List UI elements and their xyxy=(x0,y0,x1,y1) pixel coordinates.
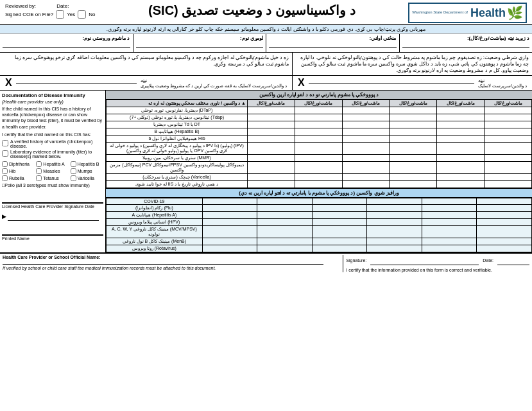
vaccine-2-dose-0[interactable] xyxy=(248,121,295,128)
vaccine-7-dose-1[interactable] xyxy=(295,162,342,174)
optional-vaccine-3-dose-4[interactable] xyxy=(422,219,477,226)
vaccine-5-dose-5[interactable] xyxy=(485,143,532,155)
vaccine-3-dose-1[interactable] xyxy=(295,128,342,136)
vaccine-3-dose-5[interactable] xyxy=(485,128,532,136)
optional-vaccine-1-dose-5[interactable] xyxy=(477,205,532,212)
vaccine-6-dose-5[interactable] xyxy=(485,155,532,162)
first-name-input[interactable] xyxy=(136,41,264,48)
optional-vaccine-4-dose-3[interactable] xyxy=(367,226,422,238)
optional-vaccine-5-dose-2[interactable] xyxy=(312,238,367,245)
vaccine-0-dose-3[interactable] xyxy=(390,107,437,114)
hib-input[interactable] xyxy=(2,168,8,174)
vaccine-8-dose-1[interactable] xyxy=(295,174,342,181)
optional-vaccine-3-dose-5[interactable] xyxy=(477,219,532,226)
optional-vaccine-0-dose-0[interactable] xyxy=(202,198,257,205)
optional-vaccine-5-dose-1[interactable] xyxy=(257,238,313,245)
provider-name-input[interactable] xyxy=(3,259,323,265)
vaccine-3-dose-2[interactable] xyxy=(342,128,390,136)
vaccine-9-dose-0[interactable] xyxy=(248,181,295,188)
optional-vaccine-3-dose-0[interactable] xyxy=(202,219,257,226)
optional-vaccine-6-dose-0[interactable] xyxy=(202,245,257,252)
vaccine-2-dose-3[interactable] xyxy=(390,121,437,128)
vaccine-4-dose-3[interactable] xyxy=(390,136,437,143)
vaccine-7-dose-0[interactable] xyxy=(248,162,295,174)
optional-vaccine-4-dose-4[interactable] xyxy=(422,226,477,238)
yes-checkbox[interactable] xyxy=(56,10,64,19)
vaccine-1-dose-5[interactable] xyxy=(485,114,532,121)
optional-vaccine-1-dose-1[interactable] xyxy=(257,205,313,212)
vaccine-1-dose-1[interactable] xyxy=(295,114,342,121)
optional-vaccine-5-dose-5[interactable] xyxy=(477,238,532,245)
vaccine-4-dose-5[interactable] xyxy=(485,136,532,143)
vaccine-2-dose-1[interactable] xyxy=(295,121,342,128)
optional-vaccine-4-dose-0[interactable] xyxy=(202,226,257,238)
vaccine-7-dose-5[interactable] xyxy=(485,162,532,174)
optional-vaccine-2-dose-4[interactable] xyxy=(422,212,477,219)
tetanus-input[interactable] xyxy=(36,175,42,181)
hepb-input[interactable] xyxy=(71,161,76,167)
provider-sig-input[interactable] xyxy=(2,193,103,203)
vaccine-4-dose-1[interactable] xyxy=(295,136,342,143)
vaccine-5-dose-2[interactable] xyxy=(342,143,390,155)
optional-vaccine-0-dose-5[interactable] xyxy=(477,198,532,205)
vaccine-0-dose-0[interactable] xyxy=(248,107,295,114)
vaccine-5-dose-4[interactable] xyxy=(437,143,485,155)
vaccine-7-dose-2[interactable] xyxy=(342,162,390,174)
vaccine-3-dose-3[interactable] xyxy=(390,128,437,136)
vaccine-0-dose-5[interactable] xyxy=(485,107,532,114)
optional-vaccine-1-dose-2[interactable] xyxy=(312,205,367,212)
vaccine-6-dose-4[interactable] xyxy=(437,155,485,162)
bottom-date-input[interactable] xyxy=(497,255,529,265)
vaccine-1-dose-4[interactable] xyxy=(437,114,485,121)
vaccine-6-dose-3[interactable] xyxy=(390,155,437,162)
vaccine-8-dose-5[interactable] xyxy=(485,174,532,181)
vaccine-9-dose-3[interactable] xyxy=(390,181,437,188)
optional-vaccine-1-dose-3[interactable] xyxy=(367,205,422,212)
optional-vaccine-3-dose-3[interactable] xyxy=(367,219,422,226)
vaccine-5-dose-3[interactable] xyxy=(390,143,437,155)
varicella-history-input[interactable] xyxy=(2,140,8,146)
bottom-sig-input[interactable] xyxy=(370,255,479,265)
vaccine-3-dose-0[interactable] xyxy=(248,128,295,136)
vaccine-8-dose-0[interactable] xyxy=(248,174,295,181)
vaccine-9-dose-2[interactable] xyxy=(342,181,390,188)
vaccine-5-dose-0[interactable] xyxy=(248,143,295,155)
vaccine-9-dose-5[interactable] xyxy=(485,181,532,188)
provider-arrow-input[interactable] xyxy=(8,211,99,221)
vaccine-6-dose-2[interactable] xyxy=(342,155,390,162)
optional-vaccine-0-dose-4[interactable] xyxy=(422,198,477,205)
hepa-input[interactable] xyxy=(36,161,42,167)
vaccine-4-dose-0[interactable] xyxy=(248,136,295,143)
vaccine-8-dose-2[interactable] xyxy=(342,174,390,181)
optional-vaccine-2-dose-3[interactable] xyxy=(367,212,422,219)
vaccine-1-dose-3[interactable] xyxy=(390,114,437,121)
vaccine-0-dose-1[interactable] xyxy=(295,107,342,114)
optional-vaccine-6-dose-2[interactable] xyxy=(312,245,367,252)
optional-vaccine-5-dose-0[interactable] xyxy=(202,238,257,245)
vaccine-8-dose-4[interactable] xyxy=(437,174,485,181)
vaccine-5-dose-1[interactable] xyxy=(295,143,342,155)
optional-vaccine-0-dose-3[interactable] xyxy=(367,198,422,205)
vaccine-2-dose-2[interactable] xyxy=(342,121,390,128)
optional-vaccine-6-dose-3[interactable] xyxy=(367,245,422,252)
optional-vaccine-5-dose-4[interactable] xyxy=(422,238,477,245)
optional-vaccine-6-dose-1[interactable] xyxy=(257,245,313,252)
vaccine-7-dose-4[interactable] xyxy=(437,162,485,174)
last-name-input[interactable] xyxy=(3,41,130,48)
optional-vaccine-2-dose-5[interactable] xyxy=(477,212,532,219)
vaccine-1-dose-2[interactable] xyxy=(342,114,390,121)
lab-evidence-input[interactable] xyxy=(2,150,8,157)
vaccine-1-dose-0[interactable] xyxy=(248,114,295,121)
vaccine-4-dose-2[interactable] xyxy=(342,136,390,143)
vaccine-3-dose-4[interactable] xyxy=(437,128,485,136)
optional-vaccine-3-dose-1[interactable] xyxy=(257,219,313,226)
vaccine-8-dose-3[interactable] xyxy=(390,174,437,181)
measles-input[interactable] xyxy=(36,168,42,174)
optional-vaccine-1-dose-0[interactable] xyxy=(202,205,257,212)
optional-vaccine-5-dose-3[interactable] xyxy=(367,238,422,245)
vaccine-9-dose-4[interactable] xyxy=(437,181,485,188)
optional-vaccine-2-dose-0[interactable] xyxy=(202,212,257,219)
vaccine-2-dose-4[interactable] xyxy=(437,121,485,128)
vaccine-4-dose-4[interactable] xyxy=(437,136,485,143)
vaccine-0-dose-2[interactable] xyxy=(342,107,390,114)
